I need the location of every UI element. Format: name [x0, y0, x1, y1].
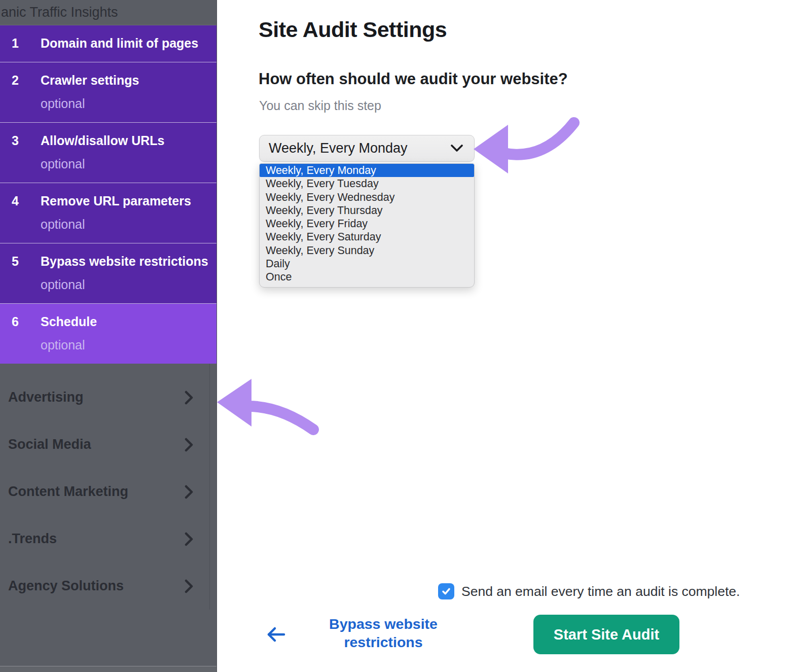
chevron-right-icon: [185, 532, 193, 547]
step-number: 5: [0, 251, 41, 295]
sidebar-scrollbar-track: [209, 364, 210, 610]
chevron-down-icon: [451, 145, 463, 152]
chevron-right-icon: [185, 437, 193, 452]
option-weekly-thursday[interactable]: Weekly, Every Thursday: [260, 204, 474, 217]
step-number: 4: [0, 191, 41, 234]
option-weekly-wednesday[interactable]: Weekly, Every Wednesday: [260, 191, 474, 204]
audit-frequency-select[interactable]: Weekly, Every Monday: [259, 135, 475, 162]
select-current-value: Weekly, Every Monday: [269, 140, 408, 156]
step-optional-label: optional: [41, 154, 211, 174]
step-optional-label: optional: [41, 93, 211, 114]
bypass-website-restrictions-link[interactable]: Bypass website restrictions: [318, 615, 448, 651]
menu-item-label: Agency Solutions: [8, 578, 124, 594]
sidebar-item-advertising[interactable]: Advertising: [0, 374, 217, 421]
chevron-right-icon: [185, 484, 193, 500]
step-crawler-settings[interactable]: 2 Crawler settings optional: [0, 62, 217, 123]
step-number: 6: [0, 311, 41, 355]
step-title: Remove URL parameters: [41, 191, 211, 211]
option-daily[interactable]: Daily: [260, 257, 474, 270]
sidebar-item-trends[interactable]: .Trends: [0, 515, 217, 562]
step-optional-label: optional: [41, 274, 211, 295]
menu-item-label: .Trends: [8, 531, 57, 547]
step-number: 3: [0, 130, 41, 174]
step-remove-url-parameters[interactable]: 4 Remove URL parameters optional: [0, 183, 217, 243]
step-schedule-active[interactable]: 6 Schedule optional: [0, 304, 217, 364]
sidebar-item-agency-solutions[interactable]: Agency Solutions: [0, 562, 217, 610]
sidebar: anic Traffic Insights 1 Domain and limit…: [0, 0, 217, 672]
step-domain-and-limit-of-pages[interactable]: 1 Domain and limit of pages: [0, 25, 217, 62]
option-weekly-friday[interactable]: Weekly, Every Friday: [260, 217, 474, 230]
site-audit-settings-page: anic Traffic Insights 1 Domain and limit…: [0, 0, 793, 672]
step-title: Schedule: [41, 311, 211, 332]
step-bypass-website-restrictions[interactable]: 5 Bypass website restrictions optional: [0, 243, 217, 304]
chevron-right-icon: [185, 390, 193, 405]
menu-item-label: Social Media: [8, 437, 91, 452]
option-weekly-saturday[interactable]: Weekly, Every Saturday: [260, 230, 474, 243]
option-weekly-monday[interactable]: Weekly, Every Monday: [260, 164, 474, 177]
page-title: Site Audit Settings: [259, 17, 447, 42]
step-number: 1: [0, 33, 41, 53]
main-content: Site Audit Settings How often should we …: [217, 0, 793, 672]
sidebar-bottom-divider: [0, 666, 217, 672]
sidebar-menu: Advertising Social Media Content Marketi…: [0, 364, 217, 610]
email-checkbox-checked[interactable]: [438, 583, 454, 599]
email-checkbox-label: Send an email every time an audit is com…: [461, 584, 740, 599]
menu-item-label: Content Marketing: [8, 484, 128, 500]
sidebar-item-content-marketing[interactable]: Content Marketing: [0, 468, 217, 515]
option-once[interactable]: Once: [260, 270, 474, 284]
option-weekly-sunday[interactable]: Weekly, Every Sunday: [260, 244, 474, 257]
audit-frequency-question: How often should we audit your website?: [259, 70, 568, 88]
step-title: Bypass website restrictions: [41, 251, 211, 271]
sidebar-header-organic-traffic-insights: anic Traffic Insights: [0, 0, 217, 25]
purple-arrow-to-dropdown: [473, 112, 582, 177]
audit-steps-list: 1 Domain and limit of pages 2 Crawler se…: [0, 25, 217, 364]
email-notification-row: Send an email every time an audit is com…: [438, 583, 740, 599]
select-dropdown-list: Weekly, Every Monday Weekly, Every Tuesd…: [259, 163, 475, 288]
option-weekly-tuesday[interactable]: Weekly, Every Tuesday: [260, 177, 474, 190]
skip-step-note: You can skip this step: [259, 98, 381, 113]
chevron-right-icon: [185, 579, 193, 594]
step-title: Domain and limit of pages: [41, 33, 211, 53]
sidebar-item-social-media[interactable]: Social Media: [0, 421, 217, 468]
step-number: 2: [0, 70, 41, 114]
step-optional-label: optional: [41, 335, 211, 355]
step-title: Crawler settings: [41, 70, 211, 90]
step-title: Allow/disallow URLs: [41, 130, 211, 151]
step-optional-label: optional: [41, 214, 211, 234]
back-arrow-button[interactable]: [264, 622, 288, 646]
start-site-audit-button[interactable]: Start Site Audit: [533, 615, 679, 654]
step-allow-disallow-urls[interactable]: 3 Allow/disallow URLs optional: [0, 123, 217, 183]
menu-item-label: Advertising: [8, 390, 84, 405]
